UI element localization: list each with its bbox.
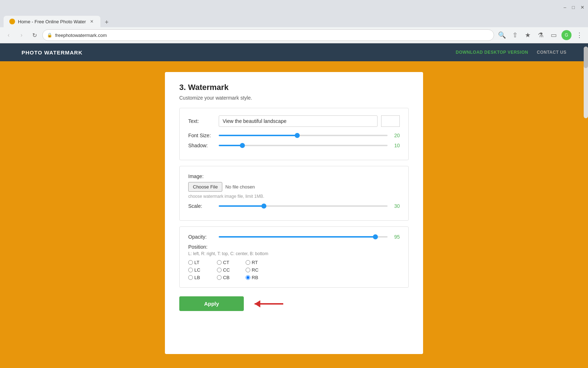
- tab-close-button[interactable]: ✕: [89, 19, 95, 24]
- font-size-slider[interactable]: [219, 135, 388, 136]
- red-arrow-svg: [251, 297, 287, 310]
- arrow-indicator: [251, 297, 287, 310]
- page-background: 3. Watermark Customize your watermark st…: [0, 61, 588, 368]
- color-swatch[interactable]: [381, 115, 400, 127]
- image-label: Image:: [188, 173, 400, 179]
- file-input-row: Choose File No file chosen: [188, 182, 400, 192]
- section-title: 3. Watermark: [179, 83, 409, 92]
- profile-icon[interactable]: G: [561, 30, 572, 40]
- site-nav: DOWNLOAD DESKTOP VERSION CONTACT US: [456, 50, 566, 55]
- browser-toolbar: ‹ › ↻ 🔒 freephotowatermark.com 🔍 ⇧ ★ ⚗ ▭…: [0, 27, 588, 43]
- shadow-label: Shadow:: [188, 143, 215, 148]
- opacity-position-section: Opacity: 95 Position: L: left, R: right,…: [179, 226, 409, 288]
- extensions-icon[interactable]: ⚗: [536, 30, 546, 40]
- position-LC[interactable]: LC: [188, 267, 217, 273]
- browser-tabs: Home - Free Online Photo Water ✕ +: [0, 14, 588, 27]
- window-minimize-icon[interactable]: –: [564, 5, 566, 10]
- site-logo: PHOTO WATERMARK: [22, 49, 82, 56]
- scale-slider[interactable]: [219, 205, 388, 207]
- scale-value: 30: [391, 203, 400, 209]
- font-size-row: Font Size: 20: [188, 133, 400, 138]
- text-label: Text:: [188, 118, 215, 124]
- url-text: freephotowatermark.com: [55, 33, 489, 38]
- browser-toolbar-right: 🔍 ⇧ ★ ⚗ ▭ G ⋮: [497, 30, 584, 40]
- choose-file-button[interactable]: Choose File: [188, 182, 222, 192]
- nav-download-link[interactable]: DOWNLOAD DESKTOP VERSION: [456, 50, 528, 55]
- position-CC[interactable]: CC: [217, 267, 246, 273]
- opacity-row: Opacity: 95: [188, 234, 400, 240]
- pwa-icon[interactable]: ▭: [549, 30, 559, 40]
- position-CB[interactable]: CB: [217, 275, 246, 280]
- scale-row: Scale: 30: [188, 203, 400, 209]
- site-header: PHOTO WATERMARK DOWNLOAD DESKTOP VERSION…: [0, 43, 588, 61]
- tab-title: Home - Free Online Photo Water: [18, 19, 86, 24]
- share-icon[interactable]: ⇧: [510, 30, 520, 40]
- scale-label: Scale:: [188, 203, 215, 209]
- apply-row: Apply: [179, 296, 409, 311]
- position-LB[interactable]: LB: [188, 275, 217, 280]
- opacity-label: Opacity:: [188, 234, 215, 240]
- position-RB[interactable]: RB: [246, 275, 274, 280]
- menu-icon[interactable]: ⋮: [574, 30, 584, 40]
- text-field-row: Text:: [188, 115, 400, 127]
- new-tab-button[interactable]: +: [102, 17, 112, 27]
- shadow-value: 10: [391, 143, 400, 148]
- position-RT[interactable]: RT: [246, 260, 274, 265]
- bookmark-icon[interactable]: ★: [523, 30, 533, 40]
- position-label: Position:: [188, 244, 400, 250]
- scrollbar-thumb[interactable]: [584, 47, 588, 68]
- apply-button[interactable]: Apply: [179, 296, 244, 311]
- section-subtitle: Customize your watermark style.: [179, 95, 409, 101]
- position-container: Position: L: left, R: right, T: top, C: …: [188, 244, 400, 280]
- active-tab[interactable]: Home - Free Online Photo Water ✕: [4, 16, 100, 27]
- zoom-icon[interactable]: 🔍: [497, 30, 507, 40]
- position-radio-grid: LT CT RT LC CC: [188, 260, 400, 280]
- window-close-icon[interactable]: ✕: [580, 5, 584, 10]
- opacity-value: 95: [391, 234, 400, 240]
- window-restore-icon[interactable]: □: [572, 5, 575, 10]
- no-file-text: No file chosen: [225, 184, 255, 190]
- browser-titlebar: – □ ✕: [0, 0, 588, 14]
- position-LT[interactable]: LT: [188, 260, 217, 265]
- tab-favicon: [9, 19, 15, 24]
- scrollbar[interactable]: [584, 47, 588, 118]
- position-RC[interactable]: RC: [246, 267, 274, 273]
- file-hint: choose watermark image file, limit 1MB.: [188, 194, 400, 199]
- text-section: Text: Font Size: 20 Shadow: 10: [179, 108, 409, 160]
- nav-contact-link[interactable]: CONTACT US: [537, 50, 566, 55]
- font-size-label: Font Size:: [188, 133, 215, 138]
- font-size-value: 20: [391, 133, 400, 138]
- refresh-button[interactable]: ↻: [29, 30, 39, 40]
- text-input[interactable]: [219, 115, 378, 127]
- position-hint: L: left, R: right, T: top, C: center, B:…: [188, 251, 400, 256]
- svg-marker-1: [255, 300, 260, 307]
- image-section: Image: Choose File No file chosen choose…: [179, 166, 409, 221]
- lock-icon: 🔒: [47, 33, 52, 38]
- opacity-slider[interactable]: [219, 236, 388, 238]
- main-card: 3. Watermark Customize your watermark st…: [165, 72, 423, 354]
- shadow-slider[interactable]: [219, 145, 388, 146]
- address-bar[interactable]: 🔒 freephotowatermark.com: [42, 29, 494, 41]
- browser-chrome: – □ ✕ Home - Free Online Photo Water ✕ +…: [0, 0, 588, 43]
- shadow-row: Shadow: 10: [188, 143, 400, 148]
- position-CT[interactable]: CT: [217, 260, 246, 265]
- back-button[interactable]: ‹: [4, 30, 14, 40]
- forward-button[interactable]: ›: [16, 30, 27, 40]
